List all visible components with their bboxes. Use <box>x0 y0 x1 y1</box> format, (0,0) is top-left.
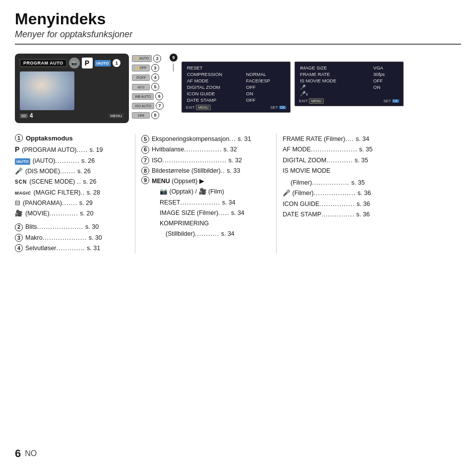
camera-p-icon: P <box>82 58 93 68</box>
col3: FRAME RATE (Filmer).... s. 34 AF MODE...… <box>278 134 397 254</box>
reset-line: RESET.................. s. 34 <box>152 198 244 208</box>
list-item-magic: MAGIC (MAGIC FILTER).. s. 28 <box>15 188 129 198</box>
camera-bottom-bar: SD 4 MENU <box>20 112 124 119</box>
menu-btn: MENU <box>108 113 124 119</box>
menu-area: 9 RESET COMPRESSION NORMAL AF MODE FACE/… <box>170 54 404 113</box>
divider-2 <box>276 134 277 254</box>
col2-items: 5 Eksponeringskompensasjon... s. 31 6 Hv… <box>141 134 270 240</box>
circle-8: 8 <box>141 167 149 175</box>
menu-row-compression: COMPRESSION NORMAL <box>186 71 286 77</box>
circle-3: 3 <box>15 234 23 242</box>
list-item-9: 9 MENU (Oppsett) ▶ 📷 (Opptak) / 🎥 (Film)… <box>141 176 270 240</box>
list-item-7: 7 ISO............................. s. 32 <box>141 155 270 166</box>
list-item-movie: 🎥 (MOVIE)............. s. 20 <box>15 208 129 219</box>
col2: 5 Eksponeringskompensasjon... s. 31 6 Hv… <box>136 134 275 254</box>
menu-row-afmode: AF MODE FACE/iESP <box>186 77 286 84</box>
menu-btn-label[interactable]: MENU <box>196 105 211 110</box>
exit-bar-2: EXIT MENU SET OK <box>299 99 399 103</box>
exit-bar-1: EXIT MENU SET OK <box>186 105 286 110</box>
camera-iauto-icon: iAUTO <box>95 60 111 67</box>
num-5: 5 <box>151 83 159 91</box>
num-6: 6 <box>155 92 163 100</box>
menu-row-digital-zoom: DIGITAL ZOOM OFF <box>186 84 286 90</box>
menu-table-2: IMAGE SIZE VGA FRAME RATE 30fps IS MOVIE… <box>299 65 399 97</box>
menu-row-icon-guide: ICON GUIDE ON <box>186 90 286 97</box>
page-subtitle: Menyer for opptaksfunksjoner <box>15 29 461 40</box>
camera-image <box>20 71 74 110</box>
list-item-8: 8 Bildestørrelse (Stillbilder).. s. 33 <box>141 166 270 176</box>
col3-date-stamp: DATE STAMP............... s. 36 <box>283 209 397 220</box>
page-footer: 6 NO <box>15 447 37 460</box>
list-item-selvutloser: 4 Selvutløser............. s. 31 <box>15 243 129 254</box>
num-4: 4 <box>151 73 159 81</box>
menu-row-is-movie-mode: IS MOVIE MODE OFF <box>299 77 399 84</box>
side-btn-2: ⚡AUTO 2 <box>132 55 164 63</box>
menu-sub1: 📷 (Opptak) / 🎥 (Film) <box>152 187 244 197</box>
menu-row-mic: 🎤 ON <box>299 84 399 90</box>
num-8: 8 <box>151 111 159 119</box>
num-badge-9: 9 <box>170 54 178 62</box>
camera-preview <box>20 71 74 110</box>
page-header: Menyindeks Menyer for opptaksfunksjoner <box>15 10 461 45</box>
menu-panel-2: IMAGE SIZE VGA FRAME RATE 30fps IS MOVIE… <box>295 62 404 106</box>
circle-7: 7 <box>141 156 149 164</box>
ok-badge-2[interactable]: OK <box>392 99 399 103</box>
list-item-5: 5 Eksponeringskompensasjon... s. 31 <box>141 134 270 144</box>
menu-panel-1: RESET COMPRESSION NORMAL AF MODE FACE/iE… <box>181 62 291 113</box>
menu-row-image-size: IMAGE SIZE VGA <box>299 65 399 71</box>
circle-5: 5 <box>141 135 149 143</box>
menu-oppsett: MENU (Oppsett) ▶ <box>152 176 244 187</box>
list-item-makro: 3 Makro.................... s. 30 <box>15 233 129 243</box>
frame-count: 4 <box>30 112 33 119</box>
col3-icon-guide: ICON GUIDE................ s. 36 <box>283 199 397 209</box>
col3-frame-rate: FRAME RATE (Filmer).... s. 34 <box>283 134 397 144</box>
side-btn-3: 🌙OFF 3 <box>132 64 164 72</box>
camera-section: PROGRAM AUTO 📷 P iAUTO 1 SD 4 MENU <box>15 54 461 123</box>
menu-table-1: RESET COMPRESSION NORMAL AF MODE FACE/iE… <box>186 65 286 103</box>
main-content: 1 Opptaksmodus P (PROGRAM AUTO)..... s. … <box>15 134 461 254</box>
col1-items2: 2 Blits..................... s. 30 3 Mak… <box>15 222 129 254</box>
col1: 1 Opptaksmodus P (PROGRAM AUTO)..... s. … <box>15 134 134 254</box>
num-badge-1: 1 <box>113 59 120 67</box>
ok-badge-1[interactable]: OK <box>279 106 286 109</box>
col3-mic-filmer: 🎤 (Filmer)................... s. 36 <box>283 188 397 199</box>
list-item-dis: 🎤 (DIS MODE)....... s. 26 <box>15 166 129 177</box>
camera-top-bar: PROGRAM AUTO 📷 P iAUTO 1 <box>20 58 124 68</box>
menu-row-reset: RESET <box>186 65 286 71</box>
sd-badge: SD <box>20 114 28 118</box>
list-item-blits: 2 Blits..................... s. 30 <box>15 222 129 232</box>
col3-items: FRAME RATE (Filmer).... s. 34 AF MODE...… <box>283 134 397 220</box>
col3-digital-zoom: DIGITAL ZOOM............ s. 35 <box>283 155 397 166</box>
col3-af-mode: AF MODE..................... s. 35 <box>283 144 397 155</box>
num-3: 3 <box>151 64 159 72</box>
side-btn-5: ±0.0 5 <box>132 83 164 91</box>
circle-1: 1 <box>15 134 23 142</box>
camera-mode-badge: PROGRAM AUTO <box>20 59 67 67</box>
col3-is-movie: IS MOVIE MODE (Filmer)................. … <box>283 166 397 189</box>
num-7: 7 <box>156 102 164 110</box>
list-item-6: 6 Hvitbalanse................. s. 32 <box>141 144 270 155</box>
circle-2: 2 <box>15 223 23 231</box>
page-title: Menyindeks <box>15 10 461 28</box>
list-item-scn: SCN (SCENE MODE) .. s. 26 <box>15 177 129 187</box>
stillbilder-line: (Stillbilder)........... s. 34 <box>152 229 244 239</box>
circle-4: 4 <box>15 244 23 252</box>
col1-items: P (PROGRAM AUTO)..... s. 19 iAUTO (iAUTO… <box>15 144 129 219</box>
camera-middle <box>20 71 124 110</box>
side-buttons: ⚡AUTO 2 🌙OFF 3 ⏱OFF 4 ±0.0 5 WB AUTO 6 I… <box>132 55 164 119</box>
komprimering-line: KOMPRIMERING <box>152 218 244 229</box>
col1-heading: 1 Opptaksmodus <box>15 134 129 142</box>
divider-1 <box>135 134 135 254</box>
footer-page-num: 6 <box>15 447 21 460</box>
list-item-p: P (PROGRAM AUTO)..... s. 19 <box>15 144 129 156</box>
menu-row-frame-rate: FRAME RATE 30fps <box>299 71 399 77</box>
menu-row-date-stamp: DATE STAMP OFF <box>186 97 286 103</box>
col1-title: Opptaksmodus <box>26 135 73 142</box>
side-btn-4: ⏱OFF 4 <box>132 73 164 81</box>
footer-lang: NO <box>25 449 37 458</box>
side-btn-6: WB AUTO 6 <box>132 92 164 100</box>
circle-6: 6 <box>141 146 149 154</box>
list-item-panorama: ⊟ (PANORAMA)....... s. 29 <box>15 198 129 208</box>
menu-btn-label-2[interactable]: MENU <box>309 98 324 104</box>
camera-body: PROGRAM AUTO 📷 P iAUTO 1 SD 4 MENU <box>15 54 129 123</box>
